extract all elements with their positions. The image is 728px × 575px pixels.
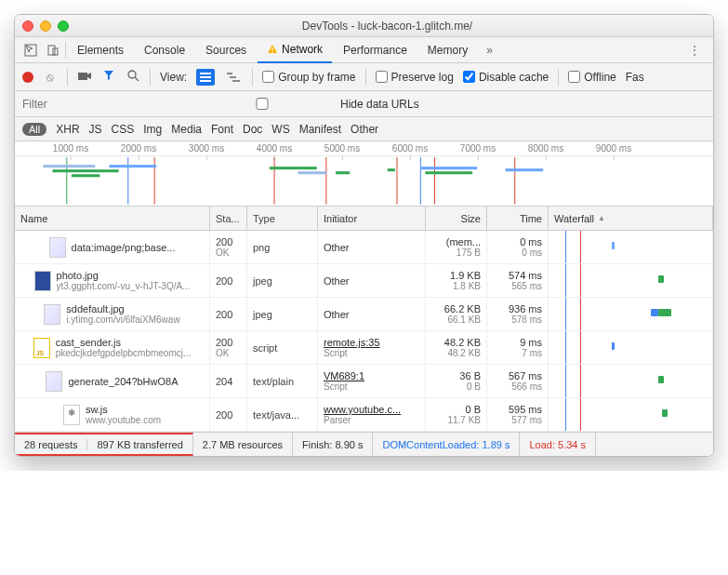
zoom-icon[interactable] (58, 20, 69, 32)
svg-point-6 (128, 71, 136, 78)
col-time[interactable]: Time (487, 207, 549, 230)
col-initiator[interactable]: Initiator (318, 207, 426, 230)
load-time: Load: 5.34 s (520, 433, 596, 456)
resources-size: 2.7 MB resources (193, 433, 293, 456)
type-ws[interactable]: WS (271, 123, 289, 136)
svg-rect-33 (506, 168, 544, 171)
tick: 3000 ms (189, 143, 224, 154)
svg-rect-23 (43, 165, 95, 167)
table-header: Name Sta... Type Initiator Size Time Wat… (15, 207, 713, 231)
svg-rect-25 (72, 174, 99, 177)
type-font[interactable]: Font (211, 123, 233, 136)
table-row[interactable]: cast_sender.jspkedcjkdefgpdelpbcmbmeomcj… (15, 331, 713, 365)
view-label: View: (160, 71, 187, 84)
inspect-icon[interactable] (20, 41, 41, 60)
disable-cache-checkbox[interactable]: Disable cache (463, 71, 549, 84)
network-toolbar: ⦸ View: Group by frame Preserve log Disa… (15, 63, 713, 91)
status-bar: 28 requests 897 KB transferred 2.7 MB re… (15, 432, 713, 456)
tab-network[interactable]: Network (258, 37, 332, 63)
svg-rect-1 (48, 46, 55, 55)
svg-rect-8 (200, 73, 211, 74)
file-icon (63, 405, 80, 425)
table-row[interactable]: generate_204?bHwO8A204text/plainVM689:1S… (15, 365, 713, 398)
svg-rect-24 (53, 169, 119, 172)
type-xhr[interactable]: XHR (56, 123, 79, 136)
table-row[interactable]: photo.jpgyt3.ggpht.com/-vu_v-hJT-3Q/A...… (15, 264, 713, 298)
svg-rect-31 (420, 167, 477, 169)
separator (65, 42, 66, 59)
requests-count: 28 requests 897 KB transferred (14, 433, 193, 456)
svg-rect-13 (232, 80, 240, 82)
tick: 4000 ms (257, 143, 292, 154)
clear-icon[interactable]: ⦸ (43, 71, 58, 84)
tab-sources[interactable]: Sources (196, 37, 256, 63)
filter-input[interactable] (22, 98, 171, 111)
svg-rect-9 (200, 76, 211, 78)
table-row[interactable]: data:image/png;base...200OKpngOther(mem.… (15, 231, 713, 264)
preserve-log-checkbox[interactable]: Preserve log (376, 71, 454, 84)
camera-icon[interactable] (77, 71, 92, 84)
dcl-time: DOMContentLoaded: 1.89 s (373, 433, 520, 456)
devtools-window: DevTools - luck-bacon-1.glitch.me/ Eleme… (14, 14, 714, 457)
search-icon[interactable] (126, 70, 140, 85)
tick: 8000 ms (528, 143, 563, 154)
col-waterfall[interactable]: Waterfall▲ (549, 207, 713, 230)
type-media[interactable]: Media (171, 123, 202, 136)
svg-rect-29 (336, 171, 350, 174)
svg-rect-30 (388, 168, 395, 171)
sort-asc-icon: ▲ (598, 214, 605, 222)
col-type[interactable]: Type (247, 207, 318, 230)
request-table: data:image/png;base...200OKpngOther(mem.… (15, 231, 713, 432)
tick: 9000 ms (596, 143, 631, 154)
hide-data-urls-checkbox[interactable]: Hide data URLs (188, 98, 419, 111)
record-button[interactable] (22, 72, 33, 83)
tick: 6000 ms (392, 143, 428, 154)
tab-elements[interactable]: Elements (68, 37, 133, 63)
svg-rect-28 (298, 171, 325, 174)
view-waterfall-button[interactable] (224, 69, 243, 86)
type-css[interactable]: CSS (112, 123, 135, 136)
warning-icon (267, 44, 278, 55)
offline-checkbox[interactable]: Offline (568, 71, 615, 84)
device-icon[interactable] (43, 41, 63, 60)
type-other[interactable]: Other (351, 123, 378, 136)
svg-rect-4 (271, 51, 272, 52)
tab-memory[interactable]: Memory (418, 37, 477, 63)
svg-rect-5 (78, 73, 87, 80)
group-by-frame-checkbox[interactable]: Group by frame (262, 71, 355, 84)
minimize-icon[interactable] (40, 20, 51, 32)
filter-icon[interactable] (101, 70, 116, 84)
timeline-overview[interactable]: 1000 ms2000 ms3000 ms4000 ms5000 ms6000 … (15, 141, 713, 207)
type-doc[interactable]: Doc (243, 123, 262, 136)
type-img[interactable]: Img (143, 123, 162, 136)
tab-console[interactable]: Console (135, 37, 194, 63)
window-title: DevTools - luck-bacon-1.glitch.me/ (69, 20, 706, 33)
svg-rect-3 (271, 47, 272, 50)
svg-rect-32 (425, 171, 472, 174)
svg-rect-27 (270, 167, 317, 169)
col-status[interactable]: Sta... (210, 207, 247, 230)
view-list-button[interactable] (196, 69, 215, 86)
tick: 7000 ms (460, 143, 496, 154)
close-icon[interactable] (22, 20, 33, 32)
filter-row: Hide data URLs (15, 91, 713, 117)
tick: 2000 ms (121, 143, 156, 154)
type-manifest[interactable]: Manifest (299, 123, 341, 136)
finish-time: Finish: 8.90 s (293, 433, 373, 456)
col-name[interactable]: Name (15, 207, 210, 230)
titlebar: DevTools - luck-bacon-1.glitch.me/ (15, 15, 713, 37)
file-icon (44, 304, 60, 325)
svg-rect-11 (227, 73, 232, 74)
more-tabs[interactable]: » (479, 44, 500, 57)
type-js[interactable]: JS (89, 123, 102, 136)
col-size[interactable]: Size (426, 207, 487, 230)
kebab-menu-icon[interactable]: ⋮ (682, 44, 708, 57)
throttle-label[interactable]: Fas (626, 71, 644, 84)
tab-performance[interactable]: Performance (334, 37, 417, 63)
panel-tabs: Elements Console Sources Network Perform… (15, 37, 713, 63)
type-all[interactable]: All (22, 123, 46, 136)
file-icon (46, 371, 62, 392)
table-row[interactable]: sddefault.jpgi.ytimg.com/vi/6lfaiXM6waw2… (15, 298, 713, 331)
table-row[interactable]: sw.jswww.youtube.com200text/java...www.y… (15, 398, 713, 432)
type-filter-row: All XHR JS CSS Img Media Font Doc WS Man… (15, 117, 713, 141)
